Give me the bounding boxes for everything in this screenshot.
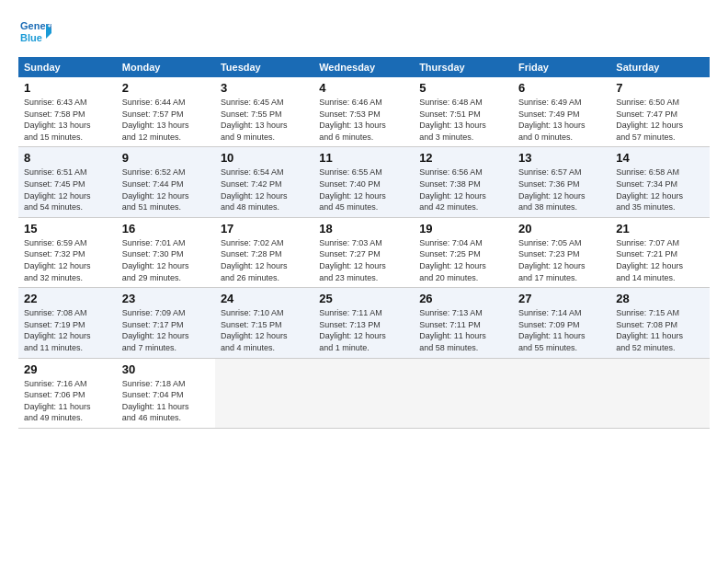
day-info: Sunrise: 7:13 AM Sunset: 7:11 PM Dayligh… [419, 307, 507, 353]
day-number: 22 [24, 292, 111, 305]
day-number: 20 [518, 222, 605, 236]
day-info: Sunrise: 6:51 AM Sunset: 7:45 PM Dayligh… [24, 167, 111, 213]
day-cell: 29Sunrise: 7:16 AM Sunset: 7:06 PM Dayli… [18, 358, 117, 428]
day-number: 12 [419, 151, 507, 165]
day-info: Sunrise: 7:01 AM Sunset: 7:30 PM Dayligh… [122, 237, 210, 283]
day-info: Sunrise: 6:56 AM Sunset: 7:38 PM Dayligh… [419, 167, 507, 213]
day-number: 23 [122, 292, 210, 305]
day-cell: 2Sunrise: 6:44 AM Sunset: 7:57 PM Daylig… [117, 77, 215, 147]
day-cell: 27Sunrise: 7:14 AM Sunset: 7:09 PM Dayli… [513, 288, 610, 358]
day-cell: 19Sunrise: 7:04 AM Sunset: 7:25 PM Dayli… [414, 217, 513, 287]
header: General Blue [18, 15, 710, 48]
day-cell: 14Sunrise: 6:58 AM Sunset: 7:34 PM Dayli… [610, 147, 710, 217]
day-number: 7 [616, 81, 704, 95]
day-info: Sunrise: 6:49 AM Sunset: 7:49 PM Dayligh… [518, 97, 605, 143]
day-info: Sunrise: 7:04 AM Sunset: 7:25 PM Dayligh… [419, 237, 507, 283]
day-info: Sunrise: 7:18 AM Sunset: 7:04 PM Dayligh… [122, 378, 210, 424]
week-row-1: 1Sunrise: 6:43 AM Sunset: 7:58 PM Daylig… [18, 77, 710, 147]
day-number: 11 [319, 151, 408, 165]
day-number: 3 [221, 81, 308, 95]
col-header-sunday: Sunday [18, 57, 117, 77]
day-info: Sunrise: 7:11 AM Sunset: 7:13 PM Dayligh… [319, 307, 408, 353]
col-header-monday: Monday [117, 57, 215, 77]
day-info: Sunrise: 7:08 AM Sunset: 7:19 PM Dayligh… [24, 307, 111, 353]
day-number: 29 [24, 362, 111, 376]
week-row-3: 15Sunrise: 6:59 AM Sunset: 7:32 PM Dayli… [18, 217, 710, 287]
day-number: 21 [616, 222, 704, 236]
day-number: 26 [419, 292, 507, 305]
day-cell: 8Sunrise: 6:51 AM Sunset: 7:45 PM Daylig… [18, 147, 117, 217]
day-info: Sunrise: 6:50 AM Sunset: 7:47 PM Dayligh… [616, 97, 704, 143]
day-cell [513, 358, 610, 428]
calendar-table: SundayMondayTuesdayWednesdayThursdayFrid… [18, 57, 710, 429]
day-number: 1 [24, 81, 111, 95]
day-info: Sunrise: 7:07 AM Sunset: 7:21 PM Dayligh… [616, 237, 704, 283]
day-info: Sunrise: 6:46 AM Sunset: 7:53 PM Dayligh… [319, 97, 408, 143]
week-row-4: 22Sunrise: 7:08 AM Sunset: 7:19 PM Dayli… [18, 288, 710, 358]
day-info: Sunrise: 7:09 AM Sunset: 7:17 PM Dayligh… [122, 307, 210, 353]
week-row-5: 29Sunrise: 7:16 AM Sunset: 7:06 PM Dayli… [18, 358, 710, 428]
day-number: 18 [319, 222, 408, 236]
day-cell: 24Sunrise: 7:10 AM Sunset: 7:15 PM Dayli… [215, 288, 313, 358]
day-number: 25 [319, 292, 408, 305]
day-cell: 9Sunrise: 6:52 AM Sunset: 7:44 PM Daylig… [117, 147, 215, 217]
col-header-friday: Friday [513, 57, 610, 77]
day-cell: 3Sunrise: 6:45 AM Sunset: 7:55 PM Daylig… [215, 77, 313, 147]
day-cell: 7Sunrise: 6:50 AM Sunset: 7:47 PM Daylig… [610, 77, 710, 147]
day-info: Sunrise: 6:59 AM Sunset: 7:32 PM Dayligh… [24, 237, 111, 283]
day-info: Sunrise: 7:14 AM Sunset: 7:09 PM Dayligh… [518, 307, 605, 353]
col-header-saturday: Saturday [610, 57, 710, 77]
day-number: 27 [518, 292, 605, 305]
day-cell: 6Sunrise: 6:49 AM Sunset: 7:49 PM Daylig… [513, 77, 610, 147]
day-info: Sunrise: 7:10 AM Sunset: 7:15 PM Dayligh… [221, 307, 308, 353]
day-cell [610, 358, 710, 428]
day-number: 19 [419, 222, 507, 236]
day-number: 15 [24, 222, 111, 236]
day-number: 2 [122, 81, 210, 95]
svg-text:Blue: Blue [20, 32, 42, 43]
page: General Blue SundayMondayTuesdayWednesda… [0, 0, 728, 438]
day-info: Sunrise: 6:44 AM Sunset: 7:57 PM Dayligh… [122, 97, 210, 143]
day-cell: 15Sunrise: 6:59 AM Sunset: 7:32 PM Dayli… [18, 217, 117, 287]
day-number: 24 [221, 292, 308, 305]
day-info: Sunrise: 7:02 AM Sunset: 7:28 PM Dayligh… [221, 237, 308, 283]
day-info: Sunrise: 7:05 AM Sunset: 7:23 PM Dayligh… [518, 237, 605, 283]
day-cell: 4Sunrise: 6:46 AM Sunset: 7:53 PM Daylig… [313, 77, 414, 147]
day-number: 30 [122, 362, 210, 376]
col-header-thursday: Thursday [414, 57, 513, 77]
day-number: 13 [518, 151, 605, 165]
day-cell [215, 358, 313, 428]
logo: General Blue [18, 15, 51, 48]
day-number: 17 [221, 222, 308, 236]
day-cell: 11Sunrise: 6:55 AM Sunset: 7:40 PM Dayli… [313, 147, 414, 217]
day-info: Sunrise: 6:48 AM Sunset: 7:51 PM Dayligh… [419, 97, 507, 143]
col-header-tuesday: Tuesday [215, 57, 313, 77]
day-cell [414, 358, 513, 428]
logo-svg: General Blue [18, 15, 51, 48]
day-number: 28 [616, 292, 704, 305]
day-cell: 20Sunrise: 7:05 AM Sunset: 7:23 PM Dayli… [513, 217, 610, 287]
day-cell [313, 358, 414, 428]
day-cell: 25Sunrise: 7:11 AM Sunset: 7:13 PM Dayli… [313, 288, 414, 358]
day-number: 16 [122, 222, 210, 236]
day-number: 14 [616, 151, 704, 165]
day-number: 10 [221, 151, 308, 165]
col-header-wednesday: Wednesday [313, 57, 414, 77]
day-info: Sunrise: 7:03 AM Sunset: 7:27 PM Dayligh… [319, 237, 408, 283]
day-info: Sunrise: 7:16 AM Sunset: 7:06 PM Dayligh… [24, 378, 111, 424]
day-cell: 23Sunrise: 7:09 AM Sunset: 7:17 PM Dayli… [117, 288, 215, 358]
day-cell: 17Sunrise: 7:02 AM Sunset: 7:28 PM Dayli… [215, 217, 313, 287]
day-cell: 16Sunrise: 7:01 AM Sunset: 7:30 PM Dayli… [117, 217, 215, 287]
day-cell: 5Sunrise: 6:48 AM Sunset: 7:51 PM Daylig… [414, 77, 513, 147]
day-info: Sunrise: 6:58 AM Sunset: 7:34 PM Dayligh… [616, 167, 704, 213]
day-info: Sunrise: 6:45 AM Sunset: 7:55 PM Dayligh… [221, 97, 308, 143]
header-row: SundayMondayTuesdayWednesdayThursdayFrid… [18, 57, 710, 77]
day-info: Sunrise: 6:57 AM Sunset: 7:36 PM Dayligh… [518, 167, 605, 213]
day-cell: 21Sunrise: 7:07 AM Sunset: 7:21 PM Dayli… [610, 217, 710, 287]
day-cell: 22Sunrise: 7:08 AM Sunset: 7:19 PM Dayli… [18, 288, 117, 358]
day-cell: 13Sunrise: 6:57 AM Sunset: 7:36 PM Dayli… [513, 147, 610, 217]
day-info: Sunrise: 6:52 AM Sunset: 7:44 PM Dayligh… [122, 167, 210, 213]
day-number: 4 [319, 81, 408, 95]
day-cell: 28Sunrise: 7:15 AM Sunset: 7:08 PM Dayli… [610, 288, 710, 358]
day-cell: 12Sunrise: 6:56 AM Sunset: 7:38 PM Dayli… [414, 147, 513, 217]
